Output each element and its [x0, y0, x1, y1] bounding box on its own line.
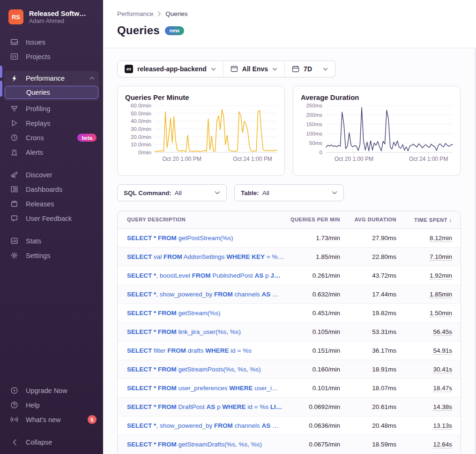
sidebar-item-label: Help [26, 401, 40, 409]
average-duration-card: Average Duration 250ms200ms150ms100ms50m… [293, 86, 461, 176]
column-header-query-description[interactable]: Query Description [118, 211, 284, 228]
sidebar-item-label: What's new [26, 416, 61, 424]
table-row: SELECT *, boostLevel FROM PublishedPost … [118, 266, 461, 285]
sidebar-item-projects[interactable]: Projects [0, 49, 103, 64]
telescope-icon [10, 170, 19, 179]
sidebar-item-dashboards[interactable]: Dashboards [0, 182, 103, 197]
date-range-selector[interactable]: 7D [284, 61, 335, 77]
sidebar-item-settings[interactable]: Settings [0, 248, 103, 263]
time-spent-value: 1.85min [396, 285, 461, 303]
sidebar-item-replays[interactable]: Replays [0, 116, 103, 130]
sidebar-item-issues[interactable]: Issues [0, 35, 103, 49]
chart-plot-area: Oct 20 1:00 PMOct 24 1:00 PM [326, 106, 453, 152]
queries-per-min-value: 0.451/min [284, 303, 340, 322]
org-avatar: RS [8, 9, 23, 24]
sidebar-item-crons[interactable]: Crons beta [0, 130, 103, 145]
query-description-link[interactable]: SELECT * FROM DraftPost AS p WHERE id = … [118, 397, 284, 416]
org-switcher[interactable]: RS Released Softw… Adam Ahmed [0, 0, 103, 30]
queries-per-min-value: 0.261/min [284, 266, 340, 285]
query-description-link[interactable]: SELECT * FROM getStreamPosts(%s, %s, %s) [118, 360, 284, 378]
window-icon [231, 65, 238, 73]
sidebar-item-discover[interactable]: Discover [0, 167, 103, 182]
table-row: SELECT * FROM user_preferences WHERE use… [118, 378, 461, 397]
siren-icon [10, 148, 19, 157]
sidebar-accent-pill-1 [0, 66, 2, 78]
project-selector[interactable]: ex released-app-backend [118, 61, 223, 77]
broadcast-icon [10, 415, 19, 424]
query-description-link[interactable]: SELECT * FROM user_preferences WHERE use… [118, 378, 284, 397]
query-description-link[interactable]: SELECT filter FROM drafts WHERE id = %s [118, 341, 284, 360]
column-header-queries-per-min[interactable]: Queries Per Min [284, 211, 340, 228]
avg-duration-value: 43.72ms [340, 266, 396, 285]
sql-command-select[interactable]: SQL Command: All [117, 184, 227, 201]
page-content: ex released-app-backend All Envs 7D Quer… [103, 48, 476, 454]
clock-icon [10, 133, 19, 142]
sidebar-item-label: Discover [26, 171, 52, 179]
column-header-avg-duration[interactable]: Avg Duration [340, 211, 396, 228]
avg-duration-value: 36.17ms [340, 341, 396, 360]
sidebar: RS Released Softw… Adam Ahmed Issues Pro… [0, 0, 103, 454]
query-description-link[interactable]: SELECT val FROM AddonSettings WHERE KEY … [118, 247, 284, 266]
time-spent-value: 8.12min [396, 228, 461, 247]
sidebar-item-label: Crons [26, 134, 44, 142]
sidebar-item-stats[interactable]: Stats [0, 234, 103, 248]
performance-group: Performance Queries [4, 71, 99, 101]
sidebar-item-help[interactable]: Help [0, 398, 103, 412]
table-select[interactable]: Table: All [234, 184, 344, 201]
chevron-right-icon [157, 11, 161, 16]
time-spent-value: 56.45s [396, 322, 461, 341]
table-row: SELECT * FROM link_jira_user(%s, %s)0.10… [118, 322, 461, 341]
sidebar-item-releases[interactable]: Releases [0, 197, 103, 211]
table-row: SELECT * FROM getStreamPosts(%s, %s, %s)… [118, 360, 461, 378]
queries-per-minute-card: Queries Per Minute 60.0/min50.0/min40.0/… [117, 86, 285, 176]
query-description-link[interactable]: SELECT *, boostLevel FROM PublishedPost … [118, 266, 284, 285]
chevron-up-icon [89, 76, 95, 80]
chart-series-line [326, 107, 453, 151]
table-body: SELECT * FROM getPostStream(%s)1.73/min2… [118, 228, 461, 454]
sidebar-item-queries-active[interactable]: Queries [5, 86, 98, 99]
environment-selector[interactable]: All Envs [223, 61, 284, 77]
column-header-time-spent[interactable]: Time Spent↓ [396, 211, 461, 228]
time-spent-value: 13.13s [396, 416, 461, 435]
queries-table: Query Description Queries Per Min Avg Du… [117, 211, 461, 454]
queries-per-min-value: 0.101/min [284, 378, 340, 397]
avg-duration-value: 17.44ms [340, 285, 396, 303]
org-user: Adam Ahmed [29, 18, 86, 24]
queries-per-min-value: 0.632/min [284, 285, 340, 303]
sidebar-item-whats-new[interactable]: What's new 5 [0, 412, 103, 427]
whats-new-count-badge: 5 [88, 415, 97, 424]
express-platform-icon: ex [125, 65, 133, 73]
queries-per-minute-chart: 60.0/min50.0/min40.0/min30.0/min20.0/min… [125, 106, 277, 152]
chevron-down-icon [332, 191, 337, 195]
query-description-link[interactable]: SELECT *, show_powered_by FROM channels … [118, 416, 284, 435]
avg-duration-value: 18.91ms [340, 360, 396, 378]
avg-duration-value: 18.07ms [340, 378, 396, 397]
sidebar-item-upgrade[interactable]: Upgrade Now [0, 383, 103, 398]
time-spent-value: 54.91s [396, 341, 461, 360]
sidebar-collapse-button[interactable]: Collapse [0, 435, 103, 449]
y-axis-labels: 60.0/min50.0/min40.0/min30.0/min20.0/min… [125, 106, 151, 152]
environment-selector-value: All Envs [242, 65, 268, 73]
chevron-down-icon [323, 68, 328, 71]
sidebar-item-user-feedback[interactable]: User Feedback [0, 211, 103, 226]
chart-title: Queries Per Minute [125, 93, 277, 101]
breadcrumb-performance[interactable]: Performance [117, 10, 153, 17]
new-feature-badge: new [165, 26, 184, 35]
chevron-down-icon [211, 68, 216, 71]
query-description-link[interactable]: SELECT * FROM getStreamDrafts(%s, %s, %s… [118, 435, 284, 454]
bar-chart-icon [10, 236, 19, 245]
dashboard-grid-icon [10, 185, 19, 194]
query-description-link[interactable]: SELECT * FROM getStream(%s) [118, 303, 284, 322]
sidebar-item-alerts[interactable]: Alerts [0, 145, 103, 159]
query-description-link[interactable]: SELECT *, show_powered_by FROM channels … [118, 285, 284, 303]
sidebar-item-profiling[interactable]: Profiling [0, 101, 103, 116]
sidebar-item-performance[interactable]: Performance [4, 71, 99, 85]
code-folder-icon [10, 52, 19, 61]
query-description-link[interactable]: SELECT * FROM getPostStream(%s) [118, 228, 284, 247]
sidebar-item-label: Replays [26, 120, 50, 127]
x-axis-labels: Oct 20 1:00 PMOct 24 1:00 PM [155, 156, 277, 163]
date-range-value: 7D [304, 65, 312, 73]
query-description-link[interactable]: SELECT * FROM link_jira_user(%s, %s) [118, 322, 284, 341]
sidebar-nav: Issues Projects Performance Queries Prof… [0, 30, 103, 454]
time-spent-value: 1.50min [396, 303, 461, 322]
